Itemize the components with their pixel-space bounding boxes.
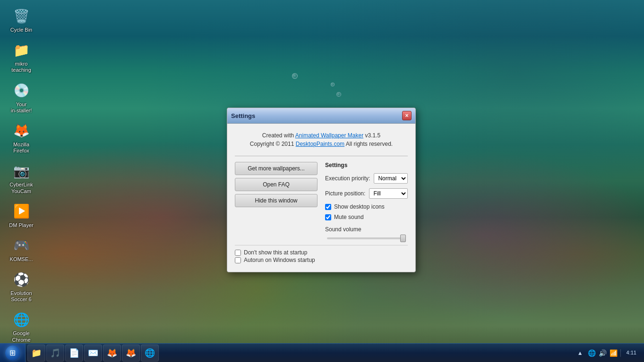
dont-show-startup-row: Don't show this at startup <box>235 249 408 256</box>
dialog-title: Settings <box>231 112 255 119</box>
komse-icon: 🎮 <box>12 236 31 255</box>
installer-icon: 💿 <box>12 81 31 100</box>
taskbar-chrome-button[interactable]: 🌐 <box>141 345 159 362</box>
system-clock[interactable]: 4:11 <box>623 349 640 356</box>
desktop-icon-chrome[interactable]: 🌐 GoogleChrome <box>5 308 38 345</box>
desktop-icon-media-player[interactable]: ▶️ DM Player <box>5 200 38 230</box>
youcam-label: CyberLinkYouCam <box>9 182 33 194</box>
dialog-content: Created with Animated Wallpaper Maker v3… <box>227 124 415 272</box>
taskbar-media-button[interactable]: 🎵 <box>46 345 64 362</box>
execution-priority-select[interactable]: Normal High Low <box>374 173 408 184</box>
desktop-icons: 🗑️ Cycle Bin 📁 mikroteaching 💿 Yourin-st… <box>0 0 43 362</box>
header-line1: Created with Animated Wallpaper Maker v3… <box>262 132 380 139</box>
dialog-close-button[interactable]: × <box>402 111 412 120</box>
taskbar-chrome-icon: 🌐 <box>145 348 155 358</box>
desktoppaints-link[interactable]: DesktopPaints.com <box>296 141 344 147</box>
desktop-icon-firefox[interactable]: 🦊 MozillaFirefox <box>5 119 38 156</box>
taskbar: ⊞ 📁 🎵 📄 ✉️ 🦊 🦊 🌐 ▲ 🌐 🔊 📶 <box>0 343 644 362</box>
sound-volume-label: Sound volume <box>325 226 408 233</box>
recycle-bin-label: Cycle Bin <box>10 27 32 33</box>
left-panel: Get more wallpapers... Open FAQ Hide thi… <box>235 162 318 239</box>
mute-sound-checkbox[interactable] <box>325 214 331 220</box>
show-desktop-icons-row: Show desktop icons <box>325 203 408 210</box>
execution-priority-row: Execution priority: Normal High Low <box>325 173 408 184</box>
autorun-windows-checkbox[interactable] <box>235 257 241 263</box>
show-desktop-icons-label: Show desktop icons <box>334 203 385 210</box>
sound-volume-thumb[interactable] <box>400 235 406 242</box>
start-orb: ⊞ <box>5 345 20 361</box>
media-icon: 🎵 <box>50 348 60 358</box>
picture-position-select[interactable]: Fill Fit Stretch Tile Center <box>369 188 408 199</box>
desktop-icon-komse[interactable]: 🎮 KOMSE... <box>5 234 38 264</box>
system-tray: ▲ 🌐 🔊 📶 4:11 <box>574 349 644 357</box>
get-more-wallpapers-button[interactable]: Get more wallpapers... <box>235 162 318 175</box>
taskbar-firefox-icon: 🦊 <box>107 348 117 358</box>
mail-icon: ✉️ <box>88 348 98 358</box>
media-player-icon: ▶️ <box>12 202 31 221</box>
sound-volume-track <box>327 237 406 239</box>
settings-dialog: Settings × Created with Animated Wallpap… <box>227 108 416 272</box>
desktop-icon-recycle-bin[interactable]: 🗑️ Cycle Bin <box>5 5 38 35</box>
open-faq-button[interactable]: Open FAQ <box>235 178 318 191</box>
taskbar-explorer-button[interactable]: 📁 <box>27 345 45 362</box>
evolution-soccer-label: EvolutionSoccer 6 <box>10 290 32 303</box>
header-line2: Copyright © 2011 DesktopPaints.com All r… <box>250 141 393 147</box>
explorer-icon: 📁 <box>31 348 42 358</box>
hide-window-button[interactable]: Hide this window <box>235 194 318 207</box>
mikro-teaching-label: mikroteaching <box>11 61 31 73</box>
execution-priority-label: Execution priority: <box>325 175 370 182</box>
taskbar-firefox2-icon: 🦊 <box>126 348 136 358</box>
firefox-icon: 🦊 <box>12 121 31 140</box>
sound-volume-slider-container <box>325 237 408 239</box>
picture-position-row: Picture position: Fill Fit Stretch Tile … <box>325 188 408 199</box>
desktop-icon-youcam[interactable]: 📷 CyberLinkYouCam <box>5 160 38 196</box>
recycle-bin-icon: 🗑️ <box>12 7 31 25</box>
show-desktop-icons-checkbox[interactable] <box>325 204 331 210</box>
media-player-label: DM Player <box>9 222 33 228</box>
taskbar-pinned-items: 📁 🎵 📄 ✉️ 🦊 🦊 🌐 <box>26 345 161 362</box>
firefox-label: MozillaFirefox <box>13 142 29 154</box>
start-button[interactable]: ⊞ <box>0 344 26 362</box>
dialog-header: Created with Animated Wallpaper Maker v3… <box>235 131 408 148</box>
desktop-icon-evolution-soccer[interactable]: ⚽ EvolutionSoccer 6 <box>5 268 38 304</box>
dialog-titlebar: Settings × <box>227 108 415 124</box>
right-panel: Settings Execution priority: Normal High… <box>325 162 408 239</box>
dialog-body: Get more wallpapers... Open FAQ Hide thi… <box>235 162 408 239</box>
autorun-windows-label: Autorun on Windows startup <box>244 257 315 263</box>
evolution-soccer-icon: ⚽ <box>12 270 31 289</box>
settings-section-label: Settings <box>325 162 408 168</box>
taskbar-firefox2-button[interactable]: 🦊 <box>122 345 140 362</box>
office-icon: 📄 <box>69 348 79 358</box>
taskbar-office-button[interactable]: 📄 <box>65 345 83 362</box>
dialog-divider <box>235 156 408 156</box>
taskbar-mail-button[interactable]: ✉️ <box>84 345 102 362</box>
notification-area-expand[interactable]: ▲ <box>577 350 583 356</box>
taskbar-firefox-button[interactable]: 🦊 <box>103 345 121 362</box>
desktop-icon-mikro-teaching[interactable]: 📁 mikroteaching <box>5 39 38 75</box>
youcam-icon: 📷 <box>12 161 31 180</box>
network-icon[interactable]: 🌐 <box>588 349 596 357</box>
mute-sound-label: Mute sound <box>334 214 364 220</box>
chrome-icon: 🌐 <box>12 310 31 329</box>
autorun-windows-row: Autorun on Windows startup <box>235 257 408 263</box>
volume-icon[interactable]: 🔊 <box>599 349 607 357</box>
bottom-checkboxes: Don't show this at startup Autorun on Wi… <box>235 245 408 263</box>
battery-icon: 📶 <box>610 349 618 357</box>
tray-icons: 🌐 🔊 📶 <box>585 349 621 357</box>
installer-label: Yourin-staller! <box>11 101 32 114</box>
mikro-teaching-icon: 📁 <box>12 41 31 59</box>
komse-label: KOMSE... <box>10 256 33 262</box>
mute-sound-row: Mute sound <box>325 214 408 220</box>
dont-show-startup-checkbox[interactable] <box>235 250 241 256</box>
dont-show-startup-label: Don't show this at startup <box>244 249 307 256</box>
picture-position-label: Picture position: <box>325 190 365 197</box>
animated-wallpaper-link[interactable]: Animated Wallpaper Maker <box>295 132 363 139</box>
windows-logo: ⊞ <box>9 348 16 357</box>
desktop-icon-installer[interactable]: 💿 Yourin-staller! <box>5 79 38 116</box>
chrome-label: GoogleChrome <box>12 330 30 343</box>
